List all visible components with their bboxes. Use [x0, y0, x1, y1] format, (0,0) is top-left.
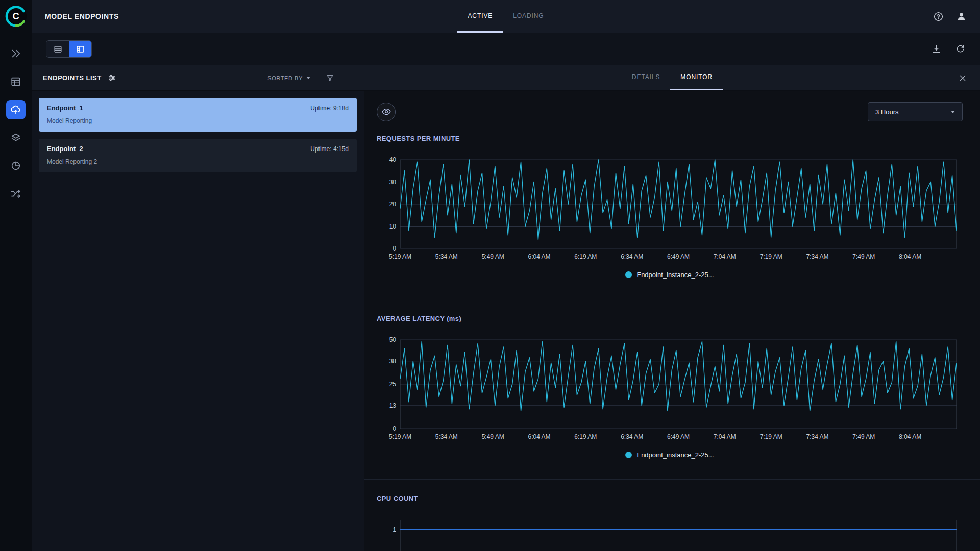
- sorted-by-label: SORTED BY: [267, 75, 303, 81]
- svg-text:50: 50: [389, 336, 397, 343]
- monitor-panel: DETAILS MONITOR 3 Hours: [364, 65, 980, 551]
- eye-icon: [381, 107, 391, 117]
- svg-text:5:49 AM: 5:49 AM: [482, 433, 504, 440]
- svg-text:40: 40: [389, 156, 397, 163]
- chevron-down-icon: [951, 111, 955, 113]
- list-settings-button[interactable]: [108, 73, 116, 82]
- endpoint-name: Endpoint_1: [47, 104, 83, 112]
- view-toggle-group: [46, 40, 92, 58]
- svg-text:1: 1: [393, 526, 396, 533]
- legend-label: Endpoint_instance_2-25...: [636, 271, 714, 279]
- header-actions: [933, 11, 967, 22]
- main-area: MODEL ENDPOINTS ACTIVE LOADING: [32, 0, 980, 551]
- legend-dot-icon: [625, 452, 632, 458]
- tab-active[interactable]: ACTIVE: [457, 0, 503, 33]
- card-row: Endpoint_1 Uptime: 9:18d: [47, 104, 349, 112]
- svg-text:6:04 AM: 6:04 AM: [528, 253, 550, 260]
- chart-title-latency: AVERAGE LATENCY (ms): [377, 315, 963, 322]
- svg-text:6:04 AM: 6:04 AM: [528, 433, 550, 440]
- header-tabs: ACTIVE LOADING: [32, 0, 980, 33]
- tab-monitor[interactable]: MONITOR: [670, 65, 723, 90]
- svg-text:5:19 AM: 5:19 AM: [389, 433, 411, 440]
- app-root: C MODEL ENDPO: [0, 0, 980, 551]
- download-icon: [931, 44, 942, 55]
- table-grid-icon: [10, 76, 21, 87]
- svg-text:6:19 AM: 6:19 AM: [574, 253, 597, 260]
- svg-text:7:19 AM: 7:19 AM: [760, 253, 782, 260]
- average-latency-chart[interactable]: 0132538505:19 AM5:34 AM5:49 AM6:04 AM6:1…: [377, 335, 963, 444]
- endpoint-uptime: Uptime: 4:15d: [310, 145, 349, 153]
- svg-text:20: 20: [389, 201, 397, 208]
- sidebar-item-orchestration[interactable]: [6, 184, 26, 204]
- endpoints-list-header: ENDPOINTS LIST SORTED BY: [32, 65, 364, 91]
- toolbar: [32, 33, 980, 65]
- svg-text:7:04 AM: 7:04 AM: [714, 433, 736, 440]
- svg-text:7:34 AM: 7:34 AM: [806, 253, 828, 260]
- svg-text:6:34 AM: 6:34 AM: [621, 253, 643, 260]
- help-icon: [933, 11, 944, 22]
- endpoint-card-1[interactable]: Endpoint_1 Uptime: 9:18d Model Reporting: [39, 98, 357, 132]
- layers-icon: [10, 132, 21, 143]
- table-view-button[interactable]: [46, 41, 69, 57]
- sorted-by-dropdown[interactable]: SORTED BY: [267, 75, 310, 81]
- endpoint-model: Model Reporting 2: [47, 158, 349, 165]
- svg-text:5:49 AM: 5:49 AM: [482, 253, 504, 260]
- chart-legend: Endpoint_instance_2-25...: [377, 451, 963, 459]
- pie-chart-icon: [10, 160, 21, 171]
- legend-label: Endpoint_instance_2-25...: [636, 451, 714, 459]
- tune-icon: [108, 73, 116, 82]
- cpu-count-chart[interactable]: 1: [377, 515, 963, 551]
- svg-text:0: 0: [393, 425, 396, 432]
- time-range-select[interactable]: 3 Hours: [868, 102, 963, 121]
- toolbar-actions: [931, 44, 966, 55]
- monitor-body: 3 Hours REQUESTS PER MINUTE 0102030405:1…: [364, 91, 980, 551]
- chart-title-requests: REQUESTS PER MINUTE: [377, 135, 963, 142]
- endpoints-list-title: ENDPOINTS LIST: [43, 74, 102, 82]
- svg-text:7:34 AM: 7:34 AM: [806, 433, 828, 440]
- auto-refresh-button[interactable]: [955, 44, 966, 55]
- svg-text:5:34 AM: 5:34 AM: [435, 253, 458, 260]
- page-title: MODEL ENDPOINTS: [45, 12, 119, 20]
- sidebar: C: [0, 0, 32, 551]
- tab-details[interactable]: DETAILS: [622, 65, 670, 90]
- split-view-button[interactable]: [69, 41, 91, 57]
- refresh-icon: [955, 44, 966, 55]
- endpoints-cards: Endpoint_1 Uptime: 9:18d Model Reporting…: [32, 91, 364, 187]
- sidebar-item-projects[interactable]: [6, 44, 26, 63]
- avatar-icon: [956, 11, 967, 22]
- svg-text:7:19 AM: 7:19 AM: [760, 433, 782, 440]
- svg-text:C: C: [12, 11, 19, 21]
- help-button[interactable]: [933, 11, 944, 22]
- svg-text:30: 30: [389, 179, 397, 186]
- deploy-cloud-icon: [10, 104, 21, 115]
- tab-loading[interactable]: LOADING: [503, 0, 554, 33]
- close-icon: [959, 74, 967, 82]
- svg-text:5:19 AM: 5:19 AM: [389, 253, 411, 260]
- endpoint-model: Model Reporting: [47, 117, 349, 124]
- svg-text:7:49 AM: 7:49 AM: [852, 433, 875, 440]
- svg-text:13: 13: [389, 402, 397, 409]
- close-panel-button[interactable]: [959, 65, 967, 90]
- svg-text:38: 38: [389, 358, 397, 365]
- sidebar-item-pipelines[interactable]: [6, 128, 26, 147]
- legend-dot-icon: [625, 271, 632, 278]
- shuffle-icon: [10, 188, 21, 199]
- svg-text:5:34 AM: 5:34 AM: [435, 433, 458, 440]
- card-row: Endpoint_2 Uptime: 4:15d: [47, 145, 349, 153]
- split-view-icon: [76, 44, 85, 54]
- svg-text:6:49 AM: 6:49 AM: [667, 433, 690, 440]
- sidebar-item-reports[interactable]: [6, 156, 26, 176]
- chevron-down-icon: [306, 77, 310, 79]
- clearml-logo[interactable]: C: [0, 0, 32, 33]
- visibility-toggle-button[interactable]: [377, 103, 396, 121]
- user-avatar[interactable]: [956, 11, 967, 22]
- endpoint-card-2[interactable]: Endpoint_2 Uptime: 4:15d Model Reporting…: [39, 139, 357, 172]
- monitor-tabs-bar: DETAILS MONITOR: [364, 65, 980, 91]
- sidebar-item-endpoints[interactable]: [6, 100, 26, 119]
- sidebar-item-datasets[interactable]: [6, 72, 26, 91]
- svg-text:7:04 AM: 7:04 AM: [714, 253, 736, 260]
- requests-per-minute-chart[interactable]: 0102030405:19 AM5:34 AM5:49 AM6:04 AM6:1…: [377, 155, 963, 264]
- download-button[interactable]: [931, 44, 942, 55]
- requests-per-minute-section: REQUESTS PER MINUTE 0102030405:19 AM5:34…: [364, 126, 980, 299]
- filter-button[interactable]: [326, 73, 334, 82]
